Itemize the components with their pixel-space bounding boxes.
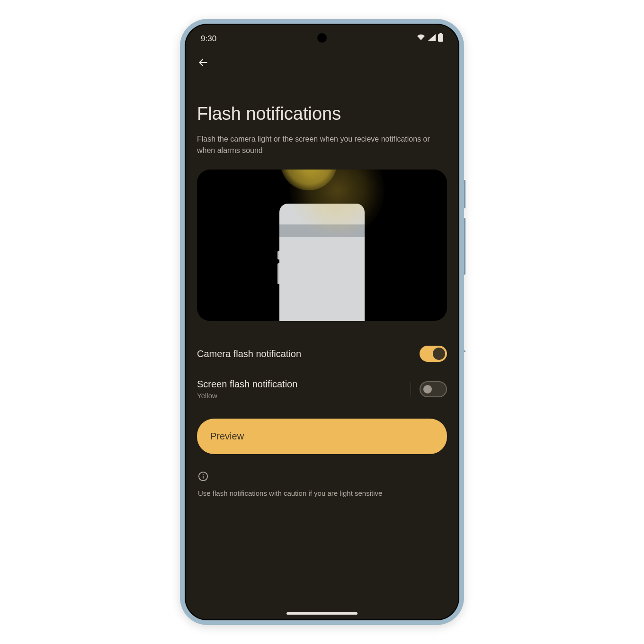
setting-sublabel: Yellow (197, 392, 297, 400)
volume-down-button (464, 218, 465, 275)
svg-point-3 (203, 474, 204, 475)
wifi-icon (416, 34, 426, 44)
info-section: Use flash notifications with caution if … (197, 471, 447, 499)
divider (411, 382, 411, 396)
svg-rect-4 (203, 476, 204, 479)
illustration-phone (279, 204, 365, 321)
phone-frame: 9:30 Flash notifications Flash the camer… (180, 19, 464, 625)
cellular-icon (428, 34, 436, 44)
status-icons (416, 33, 443, 44)
setting-label: Camera flash notification (197, 349, 301, 359)
page-subtitle: Flash the camera light or the screen whe… (197, 134, 447, 156)
status-time: 9:30 (201, 34, 216, 44)
setting-label: Screen flash notification (197, 379, 297, 390)
front-camera (317, 33, 327, 43)
navigation-handle[interactable] (286, 612, 358, 615)
info-icon (198, 471, 208, 482)
battery-icon (438, 33, 443, 44)
side-notch (464, 350, 465, 352)
illustration-card (197, 170, 447, 321)
screen: 9:30 Flash notifications Flash the camer… (185, 24, 459, 620)
preview-button[interactable]: Preview (197, 419, 447, 454)
page-title: Flash notifications (197, 104, 447, 124)
back-icon[interactable] (197, 56, 209, 69)
camera-flash-toggle[interactable] (420, 346, 447, 362)
screen-flash-toggle[interactable] (420, 381, 447, 397)
setting-camera-flash[interactable]: Camera flash notification (197, 337, 447, 370)
svg-rect-1 (439, 33, 442, 35)
svg-rect-0 (438, 34, 443, 42)
volume-up-button (464, 180, 465, 208)
info-text: Use flash notifications with caution if … (198, 488, 446, 499)
setting-screen-flash[interactable]: Screen flash notification Yellow (197, 370, 447, 408)
